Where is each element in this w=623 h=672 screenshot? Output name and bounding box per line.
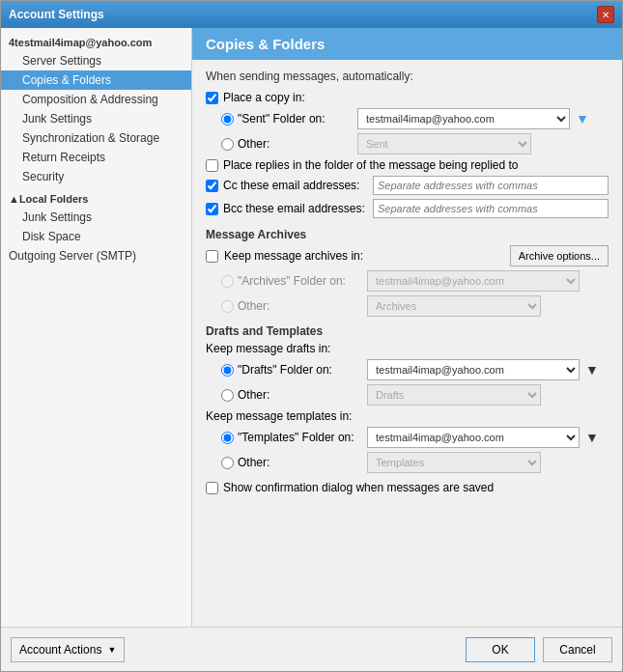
other-drafts-label: Other: (238, 388, 363, 402)
cc-input[interactable] (373, 176, 609, 195)
archives-folder-row: "Archives" Folder on: testmail4imap@yaho… (206, 270, 609, 292)
ok-cancel-area: OK Cancel (466, 637, 612, 662)
sent-folder-row: "Sent" Folder on: testmail4imap@yahoo.co… (206, 108, 609, 129)
message-archives-title: Message Archives (206, 228, 609, 241)
archives-folder-select[interactable]: testmail4imap@yahoo.com (367, 270, 580, 292)
drafts-dropdown-arrow: ▼ (585, 362, 599, 378)
templates-folder-radio[interactable] (221, 432, 234, 444)
keep-archives-row: Keep message archives in: Archive option… (206, 245, 609, 266)
sidebar-item-outgoing-server[interactable]: Outgoing Server (SMTP) (1, 246, 191, 266)
bottom-bar: Account Actions ▼ OK Cancel (1, 627, 622, 671)
cc-row: Cc these email addresses: (206, 176, 609, 195)
place-replies-label: Place replies in the folder of the messa… (223, 158, 519, 172)
sent-folder-label: "Sent" Folder on: (238, 112, 354, 126)
sent-dropdown-arrow: ▼ (576, 111, 589, 126)
show-confirmation-checkbox[interactable] (206, 482, 218, 494)
other-templates-row: Other: Templates (206, 452, 609, 473)
close-button[interactable]: ✕ (597, 6, 614, 23)
account-actions-button[interactable]: Account Actions ▼ (11, 637, 125, 662)
place-replies-checkbox[interactable] (206, 159, 218, 172)
place-replies-row: Place replies in the folder of the messa… (206, 158, 609, 172)
other-sent-label: Other: (238, 137, 354, 151)
other-sent-row: Other: Sent (206, 133, 609, 154)
section-intro: When sending messages, automatically: (206, 70, 609, 83)
other-drafts-select[interactable]: Drafts (367, 384, 541, 406)
show-confirmation-row: Show confirmation dialog when messages a… (206, 481, 609, 494)
drafts-folder-label: "Drafts" Folder on: (238, 363, 363, 377)
sidebar-item-server-settings[interactable]: Server Settings (1, 51, 191, 70)
bcc-label: Bcc these email addresses: (223, 202, 373, 215)
keep-drafts-label: Keep message drafts in: (206, 342, 609, 355)
keep-archives-label: Keep message archives in: (224, 249, 363, 263)
other-archives-label: Other: (238, 299, 363, 313)
drafts-folder-radio[interactable] (221, 364, 234, 377)
place-copy-checkbox[interactable] (206, 92, 218, 104)
content-area: 4testmail4imap@yahoo.com Server Settings… (1, 28, 622, 627)
bcc-input[interactable] (373, 199, 609, 218)
sent-folder-select[interactable]: testmail4imap@yahoo.com (357, 108, 570, 129)
other-archives-row: Other: Archives (206, 295, 609, 317)
other-templates-label: Other: (238, 456, 363, 469)
other-sent-radio[interactable] (221, 138, 234, 151)
sidebar-item-junk-local[interactable]: Junk Settings (1, 208, 191, 227)
cancel-button[interactable]: Cancel (543, 637, 612, 662)
other-drafts-row: Other: Drafts (206, 384, 609, 406)
templates-folder-label: "Templates" Folder on: (238, 431, 363, 444)
bcc-checkbox[interactable] (206, 203, 218, 215)
account-actions-arrow-icon: ▼ (107, 645, 116, 655)
other-templates-select[interactable]: Templates (367, 452, 541, 473)
title-bar: Account Settings ✕ (1, 1, 622, 28)
sidebar-item-disk-space[interactable]: Disk Space (1, 227, 191, 246)
panel-title: Copies & Folders (192, 28, 622, 60)
place-copy-label: Place a copy in: (223, 91, 305, 104)
window-title: Account Settings (9, 8, 104, 21)
main-panel: Copies & Folders When sending messages, … (192, 28, 622, 627)
keep-archives-checkbox[interactable] (206, 250, 218, 263)
ok-button[interactable]: OK (466, 637, 535, 662)
sidebar-item-sync-storage[interactable]: Synchronization & Storage (1, 128, 191, 148)
sidebar-item-security[interactable]: Security (1, 167, 191, 186)
bcc-row: Bcc these email addresses: (206, 199, 609, 218)
cc-label: Cc these email addresses: (223, 179, 373, 192)
cc-checkbox[interactable] (206, 180, 218, 192)
archive-options-button[interactable]: Archive options... (510, 245, 609, 266)
account-settings-window: Account Settings ✕ 4testmail4imap@yahoo.… (0, 0, 623, 672)
templates-dropdown-arrow: ▼ (585, 430, 599, 445)
sidebar-item-composition-addressing[interactable]: Composition & Addressing (1, 90, 191, 109)
archives-folder-radio[interactable] (221, 275, 234, 288)
show-confirmation-label: Show confirmation dialog when messages a… (223, 481, 494, 494)
templates-folder-select[interactable]: testmail4imap@yahoo.com (367, 427, 580, 448)
other-archives-radio[interactable] (221, 300, 234, 313)
drafts-folder-row: "Drafts" Folder on: testmail4imap@yahoo.… (206, 359, 609, 380)
sidebar-item-copies-folders[interactable]: Copies & Folders (1, 70, 191, 90)
sidebar-item-junk-settings[interactable]: Junk Settings (1, 109, 191, 128)
drafts-templates-title: Drafts and Templates (206, 324, 609, 338)
sidebar: 4testmail4imap@yahoo.com Server Settings… (1, 28, 192, 627)
drafts-folder-select[interactable]: testmail4imap@yahoo.com (367, 359, 580, 380)
sidebar-item-return-receipts[interactable]: Return Receipts (1, 148, 191, 167)
other-templates-radio[interactable] (221, 457, 234, 469)
sent-folder-radio[interactable] (221, 113, 234, 126)
place-copy-row: Place a copy in: (206, 91, 609, 104)
panel-body: When sending messages, automatically: Pl… (192, 60, 622, 627)
account-actions-label: Account Actions (19, 643, 101, 657)
templates-folder-row: "Templates" Folder on: testmail4imap@yah… (206, 427, 609, 448)
sidebar-item-local-folders[interactable]: ▲Local Folders (1, 190, 191, 208)
other-archives-select[interactable]: Archives (367, 295, 541, 317)
other-sent-select[interactable]: Sent (357, 133, 531, 154)
sidebar-item-account[interactable]: 4testmail4imap@yahoo.com (1, 34, 191, 51)
keep-templates-label: Keep message templates in: (206, 409, 609, 423)
archives-folder-label: "Archives" Folder on: (238, 274, 363, 288)
other-drafts-radio[interactable] (221, 389, 234, 402)
